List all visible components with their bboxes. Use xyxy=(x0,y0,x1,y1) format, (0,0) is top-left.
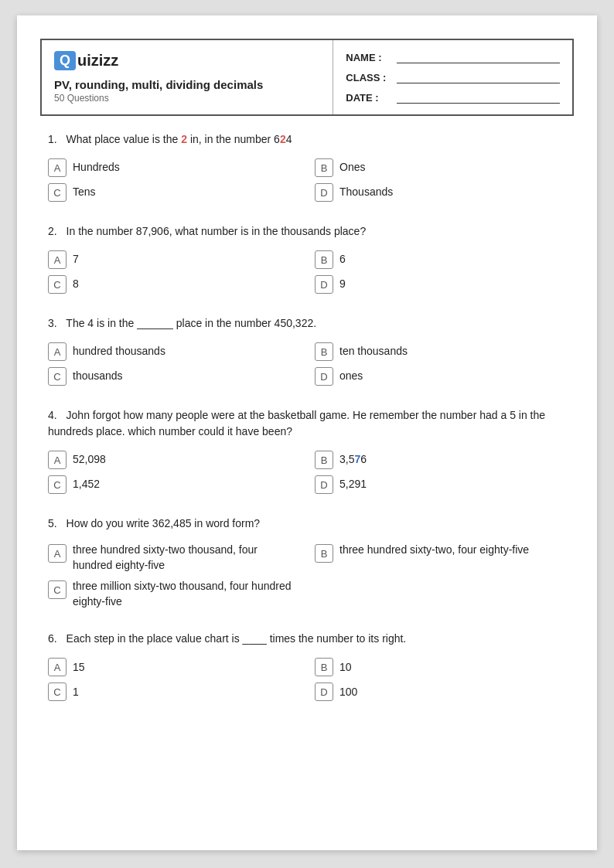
header-left: Q uizizz PV, rounding, multi, dividing d… xyxy=(42,40,333,114)
q1-highlight-2: 2 xyxy=(280,133,286,145)
q5-text-c: three million sixty-two thousand, four h… xyxy=(73,579,299,609)
question-1-number: 1. xyxy=(48,133,57,145)
question-5-options: A three hundred sixty-two thousand, four… xyxy=(48,543,566,609)
q4-text-d: 5,291 xyxy=(339,477,367,492)
q6-option-b: B 10 xyxy=(315,658,566,676)
q1-text-c: Tens xyxy=(73,185,96,200)
question-3-number: 3. xyxy=(48,317,57,329)
date-line xyxy=(397,91,560,104)
q4-text-b: 3,576 xyxy=(339,452,367,468)
q2-letter-d: D xyxy=(315,275,333,294)
q6-letter-b: B xyxy=(315,658,333,676)
q1-text-d: Thousands xyxy=(339,185,393,200)
q2-text-c: 8 xyxy=(73,277,79,292)
q2-text-b: 6 xyxy=(339,252,346,267)
q2-letter-b: B xyxy=(315,250,333,269)
q4-text-content: John forgot how many people were at the … xyxy=(48,409,545,437)
q2-text-content: In the number 87,906, what number is in … xyxy=(67,225,367,237)
q2-option-b: B 6 xyxy=(315,250,566,269)
q6-text-c: 1 xyxy=(73,685,79,700)
q4-text-c: 1,452 xyxy=(73,477,100,492)
q2-letter-a: A xyxy=(48,250,67,269)
q5-letter-a: A xyxy=(48,544,67,563)
questions-area: 1. What place value is the 2 in, in the … xyxy=(17,124,597,730)
question-2-text: 2. In the number 87,906, what number is … xyxy=(48,223,566,240)
question-3: 3. The 4 is in the ______ place in the n… xyxy=(48,315,566,386)
q3-letter-a: A xyxy=(48,342,67,361)
q1-option-a: A Hundreds xyxy=(48,158,299,177)
q5-letter-c: C xyxy=(48,580,67,599)
q5-option-b: B three hundred sixty-two, four eighty-f… xyxy=(315,543,566,573)
q2-option-d: D 9 xyxy=(315,275,566,294)
question-3-options: A hundred thousands B ten thousands C th… xyxy=(48,342,566,386)
q3-text-b: ten thousands xyxy=(339,344,408,359)
q3-text-a: hundred thousands xyxy=(73,344,165,359)
name-line xyxy=(397,51,560,63)
question-5-text: 5. How do you write 362,485 in word form… xyxy=(48,516,566,532)
q5-text-content: How do you write 362,485 in word form? xyxy=(67,517,261,529)
q2-letter-c: C xyxy=(48,275,67,294)
q6-letter-c: C xyxy=(48,682,67,701)
logo-text: uizizz xyxy=(77,52,118,70)
question-5: 5. How do you write 362,485 in word form… xyxy=(48,516,566,609)
page: Q uizizz PV, rounding, multi, dividing d… xyxy=(17,15,597,850)
q5-text-a: three hundred sixty-two thousand, four h… xyxy=(73,543,299,573)
q4-text-a: 52,098 xyxy=(73,452,106,468)
quizizz-logo: Q uizizz xyxy=(54,51,320,70)
question-3-text: 3. The 4 is in the ______ place in the n… xyxy=(48,315,566,332)
q1-letter-d: D xyxy=(315,183,333,202)
q6-text-d: 100 xyxy=(339,685,357,700)
q5-option-a: A three hundred sixty-two thousand, four… xyxy=(48,543,299,573)
question-2: 2. In the number 87,906, what number is … xyxy=(48,223,566,294)
q6-option-c: C 1 xyxy=(48,682,299,701)
q2-text-a: 7 xyxy=(73,252,79,267)
question-2-number: 2. xyxy=(48,225,57,237)
question-1-text: 1. What place value is the 2 in, in the … xyxy=(48,131,566,148)
q5-letter-b: B xyxy=(315,544,333,563)
q1-option-d: D Thousands xyxy=(315,183,566,202)
name-field-row: NAME : xyxy=(346,51,560,63)
q4-letter-b: B xyxy=(315,451,333,469)
question-6-options: A 15 B 10 C 1 D 100 xyxy=(48,658,566,701)
q1-text-b: Ones xyxy=(339,160,365,175)
class-line xyxy=(397,71,560,83)
q4-option-d: D 5,291 xyxy=(315,475,566,494)
question-4-options: A 52,098 B 3,576 C 1,452 D 5,291 xyxy=(48,451,566,494)
q6-text-b: 10 xyxy=(339,660,352,676)
q1-letter-c: C xyxy=(48,183,67,202)
q3-option-d: D ones xyxy=(315,367,566,386)
class-field-row: CLASS : xyxy=(346,71,560,83)
q6-letter-d: D xyxy=(315,682,333,701)
name-label: NAME : xyxy=(346,52,392,63)
q1-option-b: B Ones xyxy=(315,158,566,177)
q3-option-c: C thousands xyxy=(48,367,299,386)
question-1-options: A Hundreds B Ones C Tens D Thousands xyxy=(48,158,566,202)
q3-letter-c: C xyxy=(48,367,67,386)
question-4-text: 4. John forgot how many people were at t… xyxy=(48,407,566,440)
q2-option-a: A 7 xyxy=(48,250,299,269)
date-field-row: DATE : xyxy=(346,91,560,104)
q3-text-c: thousands xyxy=(73,369,123,384)
question-4-number: 4. xyxy=(48,409,57,421)
q1-letter-a: A xyxy=(48,158,67,177)
question-2-options: A 7 B 6 C 8 D 9 xyxy=(48,250,566,294)
class-label: CLASS : xyxy=(346,72,392,83)
q3-option-a: A hundred thousands xyxy=(48,342,299,361)
question-1: 1. What place value is the 2 in, in the … xyxy=(48,131,566,202)
q1-letter-b: B xyxy=(315,158,333,177)
q6-text-content: Each step in the place value chart is __… xyxy=(67,632,407,645)
question-6-number: 6. xyxy=(48,632,57,645)
q6-option-d: D 100 xyxy=(315,682,566,701)
q3-letter-b: B xyxy=(315,342,333,361)
q4-letter-a: A xyxy=(48,451,67,469)
date-label: DATE : xyxy=(346,92,392,104)
q2-option-c: C 8 xyxy=(48,275,299,294)
header-right: NAME : CLASS : DATE : xyxy=(333,40,572,114)
q4-letter-c: C xyxy=(48,475,67,494)
q4-option-b: B 3,576 xyxy=(315,451,566,469)
quiz-subtitle: 50 Questions xyxy=(54,93,320,104)
q3-option-b: B ten thousands xyxy=(315,342,566,361)
q3-text-content: The 4 is in the ______ place in the numb… xyxy=(66,317,316,329)
q3-letter-d: D xyxy=(315,367,333,386)
q1-highlight-1: 2 xyxy=(181,133,187,145)
